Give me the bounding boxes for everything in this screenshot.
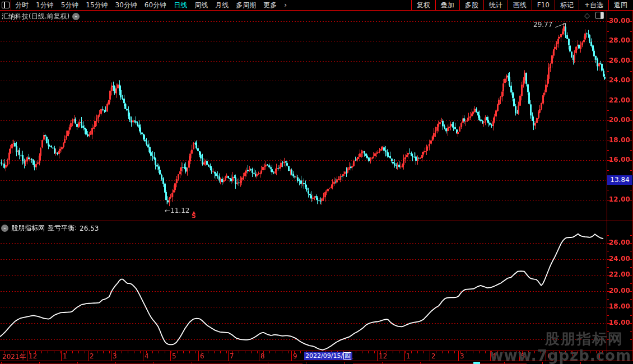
main-price-label: 12.00 (609, 195, 630, 203)
function-button-2[interactable]: 多股 (459, 0, 483, 10)
sub-value-label: 26.00 (609, 239, 630, 246)
function-button-4[interactable]: 画线 (508, 0, 532, 10)
function-button-6[interactable]: 标记 (555, 0, 579, 10)
chevron-down-icon[interactable]: ⌄ (72, 13, 80, 20)
low-price-annotation: ←11.12 (165, 207, 189, 214)
split-window-icon[interactable] (0, 0, 11, 10)
period-tabs: 分时1分钟5分钟15分钟30分钟60分钟日线周线月线多周期更多› (11, 1, 287, 10)
period-tab-10[interactable]: 更多 (263, 1, 277, 10)
period-tab-6[interactable]: 日线 (174, 1, 187, 10)
month-label: 4 (145, 352, 149, 360)
indicator-site: 股朋指标网 (11, 223, 45, 233)
period-tab-7[interactable]: 周线 (194, 1, 208, 10)
indicator-label: 盈亏平衡: (48, 223, 77, 233)
watermark-line1: 股朋指标网 (490, 330, 623, 347)
split-pane-icon[interactable] (595, 12, 604, 19)
period-tab-9[interactable]: 多周期 (236, 1, 256, 10)
indicator-header: ⌄ 股朋指标网 盈亏平衡: 26.53 (1, 223, 99, 233)
main-price-label: 16.00 (609, 156, 630, 164)
crosshair-date-badge: 2022/09/15/ 四 (304, 352, 352, 360)
month-label: 3 (460, 352, 464, 360)
period-tab-4[interactable]: 30分钟 (115, 1, 137, 10)
month-label: 5 (172, 352, 176, 360)
sub-value-label: 22.00 (609, 270, 630, 278)
period-tab-2[interactable]: 5分钟 (61, 1, 79, 10)
period-tab-5[interactable]: 60分钟 (145, 1, 166, 10)
month-label: 12 (29, 352, 37, 360)
period-toolbar: 分时1分钟5分钟15分钟30分钟60分钟日线周线月线多周期更多› 复权叠加多股统… (0, 0, 633, 11)
month-label: 7 (230, 352, 234, 360)
month-label: 2 (90, 352, 94, 360)
month-label: 9 (293, 352, 297, 360)
weekday-box: 四 (343, 352, 351, 360)
period-tab-3[interactable]: 15分钟 (86, 1, 108, 10)
month-label: 2 (431, 352, 436, 360)
function-button-0[interactable]: 复权 (411, 0, 435, 10)
function-button-8[interactable]: 返回 (608, 0, 632, 10)
high-price-annotation: 29.77 (533, 21, 569, 29)
main-price-label: 26.00 (609, 57, 630, 64)
watermark-line2: www.7gpzb.com (490, 347, 631, 364)
month-label: 6 (200, 352, 204, 360)
stock-title: 汇纳科技(日线.前复权) ⌄ (2, 12, 80, 21)
sub-value-label: 20.00 (609, 287, 630, 295)
chevron-down-icon[interactable]: ⌄ (1, 225, 8, 232)
indicator-value: 26.53 (80, 225, 99, 232)
main-price-label: 20.00 (609, 116, 630, 124)
chart-corner-icons: ◇ (584, 12, 604, 19)
tdx-app-window: 分时1分钟5分钟15分钟30分钟60分钟日线周线月线多周期更多› 复权叠加多股统… (0, 0, 633, 364)
annotation-arrow-icon (555, 21, 569, 29)
sub-value-label: 24.00 (609, 255, 630, 263)
diamond-icon[interactable]: ◇ (584, 12, 590, 19)
function-buttons: 复权叠加多股统计画线F10标记+自选返回 (411, 0, 632, 10)
function-button-1[interactable]: 叠加 (435, 0, 459, 10)
period-tab-0[interactable]: 分时 (15, 1, 29, 10)
period-tab-8[interactable]: 月线 (215, 1, 229, 10)
main-price-label: 22.00 (609, 96, 630, 104)
month-label: 12 (379, 352, 387, 360)
function-button-3[interactable]: 统计 (483, 0, 508, 10)
function-button-7[interactable]: +自选 (579, 0, 608, 10)
period-tab-1[interactable]: 1分钟 (36, 1, 54, 10)
sub-value-label: 16.00 (609, 319, 630, 326)
main-price-label: 18.00 (609, 136, 630, 144)
function-button-5[interactable]: F10 (532, 0, 555, 10)
crosshair-price-badge: 13.84 (607, 175, 632, 185)
month-label: 1 (406, 352, 411, 360)
chart-canvas[interactable] (0, 0, 633, 364)
period-tab-11[interactable]: › (284, 1, 287, 9)
stock-title-label: 汇纳科技(日线.前复权) (2, 12, 69, 21)
month-label: 8 (260, 352, 265, 360)
main-price-label: 30.00 (609, 17, 630, 25)
site-watermark: 股朋指标网 www.7gpzb.com (490, 330, 631, 364)
sub-value-label: 18.00 (609, 302, 630, 310)
split-window-glyph (2, 2, 10, 8)
main-price-label: 28.00 (609, 36, 630, 44)
month-label: 3 (113, 352, 117, 360)
main-price-label: 24.00 (609, 76, 630, 84)
year-label: 2021年 (2, 352, 26, 362)
signal-marker: ▲ S (192, 211, 196, 218)
month-label: 1 (63, 352, 67, 360)
